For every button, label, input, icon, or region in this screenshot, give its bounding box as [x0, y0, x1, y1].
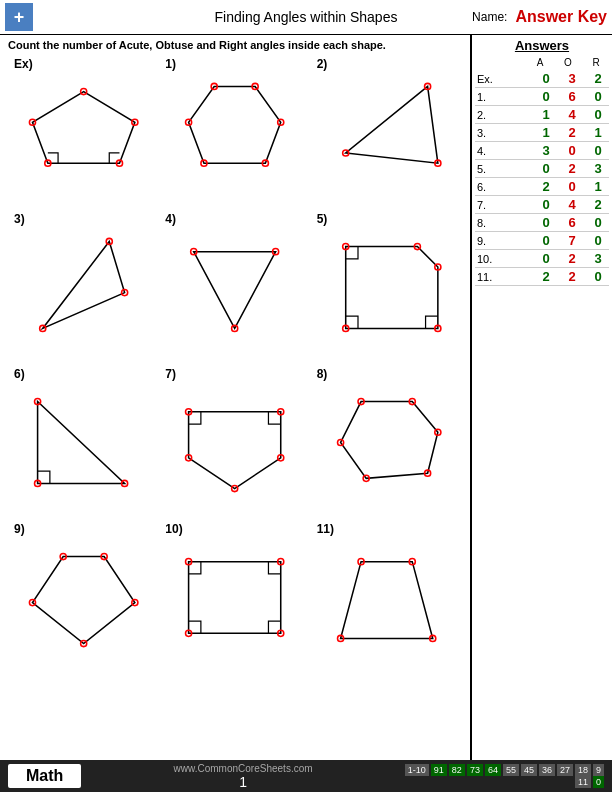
shape-cell-2: 2)	[311, 55, 462, 210]
answer-row-1: 1. 0 6 0	[475, 88, 609, 106]
answer-rows-container: Ex. 0 3 2 1. 0 6 0 2. 1 4 0 3. 1 2 1 4. …	[475, 70, 609, 286]
obtuse-val: 2	[563, 125, 581, 140]
answer-label: Ex.	[477, 73, 505, 85]
shape-label-4: 4)	[165, 212, 176, 226]
shape-cell-3: 3)	[8, 210, 159, 365]
shape-label-8: 8)	[317, 367, 328, 381]
score-val-36: 36	[539, 764, 555, 776]
answer-values: 0 6 0	[537, 89, 607, 104]
score-val-64: 64	[485, 764, 501, 776]
right-val: 0	[589, 143, 607, 158]
answers-title: Answers	[475, 38, 609, 53]
svg-marker-17	[43, 241, 125, 328]
obtuse-val: 6	[563, 215, 581, 230]
score-label-11: 11	[575, 776, 591, 788]
svg-marker-6	[189, 86, 281, 163]
svg-marker-41	[340, 402, 437, 479]
header-title: Finding Angles within Shapes	[215, 9, 398, 25]
score-val-82: 82	[449, 764, 465, 776]
shape-cell-6: 6)	[8, 365, 159, 520]
acute-val: 0	[537, 251, 555, 266]
right-val: 0	[589, 269, 607, 284]
acute-val: 2	[537, 269, 555, 284]
answer-row-11: 11. 2 2 0	[475, 268, 609, 286]
answer-key-label: Answer Key	[515, 8, 607, 26]
shape-cell-4: 4)	[159, 210, 310, 365]
answer-col-headers: A O R	[475, 57, 609, 68]
shape-label-9: 9)	[14, 522, 25, 536]
obtuse-val: 3	[563, 71, 581, 86]
shape-label-6: 6)	[14, 367, 25, 381]
score-row-2: 11 0	[575, 776, 604, 788]
shape-label-11: 11)	[317, 522, 334, 536]
shape-label-ex: Ex)	[14, 57, 33, 71]
shape-cell-9: 9)	[8, 520, 159, 675]
svg-marker-48	[32, 557, 134, 644]
obtuse-val: 2	[563, 161, 581, 176]
footer-scores: 1-10 91 82 73 64 55 45 36 27 18 9 11 0	[405, 764, 604, 788]
score-val-27: 27	[557, 764, 573, 776]
answer-values: 0 4 2	[537, 197, 607, 212]
shape-svg-9	[12, 524, 155, 671]
obtuse-val: 0	[563, 179, 581, 194]
shape-label-1: 1)	[165, 57, 176, 71]
answer-row-5: 5. 0 2 3	[475, 160, 609, 178]
footer: Math www.CommonCoreSheets.com 1 1-10 91 …	[0, 760, 612, 792]
answer-label: 2.	[477, 109, 505, 121]
answer-label: 8.	[477, 217, 505, 229]
acute-val: 0	[537, 215, 555, 230]
answer-row-2: 2. 1 4 0	[475, 106, 609, 124]
right-val: 3	[589, 251, 607, 266]
acute-val: 0	[537, 161, 555, 176]
obtuse-val: 6	[563, 89, 581, 104]
right-val: 0	[589, 107, 607, 122]
obtuse-val: 2	[563, 269, 581, 284]
svg-marker-59	[340, 562, 432, 639]
footer-page-number: 1	[239, 774, 247, 790]
acute-val: 0	[537, 197, 555, 212]
right-val: 1	[589, 179, 607, 194]
answer-label: 7.	[477, 199, 505, 211]
answer-row-8: 8. 0 6 0	[475, 214, 609, 232]
score-val-55: 55	[503, 764, 519, 776]
acute-val: 1	[537, 125, 555, 140]
shape-cell-7: 7)	[159, 365, 310, 520]
col-header-r: R	[587, 57, 605, 68]
acute-val: 1	[537, 107, 555, 122]
right-val: 1	[589, 125, 607, 140]
answer-values: 0 2 3	[537, 161, 607, 176]
shapes-grid: Ex)	[8, 55, 462, 675]
answer-row-4: 4. 3 0 0	[475, 142, 609, 160]
right-val: 0	[589, 215, 607, 230]
answer-label: 9.	[477, 235, 505, 247]
shape-svg-10	[163, 524, 306, 671]
answer-row-10: 10. 0 2 3	[475, 250, 609, 268]
instructions: Count the number of Acute, Obtuse and Ri…	[8, 39, 462, 51]
answer-label: 5.	[477, 163, 505, 175]
answer-values: 0 7 0	[537, 233, 607, 248]
shape-svg-5	[315, 214, 458, 361]
shape-svg-7	[163, 369, 306, 516]
obtuse-val: 2	[563, 251, 581, 266]
obtuse-val: 4	[563, 197, 581, 212]
shape-svg-2	[315, 59, 458, 206]
svg-marker-13	[345, 86, 437, 163]
acute-val: 0	[537, 89, 555, 104]
svg-marker-31	[38, 402, 125, 484]
answer-label: 3.	[477, 127, 505, 139]
shape-label-10: 10)	[165, 522, 182, 536]
shape-label-3: 3)	[14, 212, 25, 226]
score-val-0: 0	[593, 776, 604, 788]
shape-cell-8: 8)	[311, 365, 462, 520]
score-val-45: 45	[521, 764, 537, 776]
shape-label-2: 2)	[317, 57, 328, 71]
main-area: Count the number of Acute, Obtuse and Ri…	[0, 35, 472, 760]
shape-cell-5: 5)	[311, 210, 462, 365]
answer-values: 1 4 0	[537, 107, 607, 122]
svg-marker-54	[189, 562, 281, 634]
shape-svg-ex	[12, 59, 155, 206]
answer-values: 3 0 0	[537, 143, 607, 158]
right-val: 3	[589, 161, 607, 176]
obtuse-val: 7	[563, 233, 581, 248]
name-label: Name:	[472, 10, 507, 24]
